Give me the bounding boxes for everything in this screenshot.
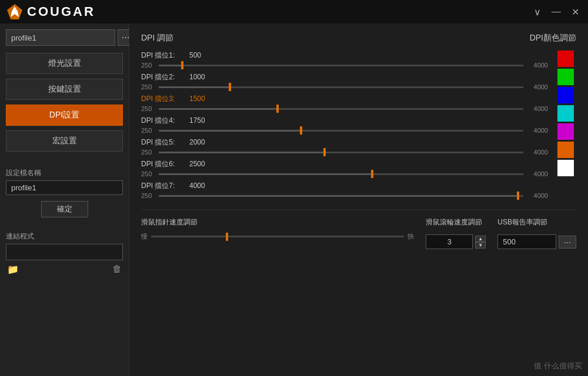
slider-min-3: 250	[141, 105, 155, 112]
pointer-speed-row: 慢 快	[141, 232, 414, 241]
dpi-row-2: DPI 擋位2:10002504000	[141, 72, 548, 90]
slider-thumb-6[interactable]	[371, 170, 373, 178]
dpi-value-1: 500	[189, 51, 201, 59]
slider-track-6[interactable]	[159, 173, 523, 175]
dpi-label-2: DPI 擋位2:	[141, 72, 182, 82]
dpi-row-1: DPI 擋位1:5002504000	[141, 51, 548, 69]
dpi-section-header: DPI 調節 DPI顏色調節	[141, 33, 576, 43]
slider-thumb-3[interactable]	[276, 105, 279, 113]
link-section: 連結程式 📁 🗑	[6, 227, 123, 275]
link-input[interactable]	[6, 244, 123, 260]
dpi-label-4: DPI 擋位4:	[141, 116, 182, 126]
usb-dots-button[interactable]: ···	[559, 236, 576, 249]
slider-min-2: 250	[141, 83, 155, 90]
dpi-row-5: DPI 擋位5:20002504000	[141, 137, 548, 156]
profile-row: ··· ···	[6, 29, 123, 46]
folder-icon[interactable]: 📁	[7, 264, 19, 275]
slider-thumb-5[interactable]	[323, 148, 326, 156]
content-area: DPI 調節 DPI顏色調節 DPI 擋位1:5002504000DPI 擋位2…	[129, 24, 588, 376]
link-label: 連結程式	[6, 231, 123, 241]
dpi-value-7: 4000	[189, 182, 205, 190]
dpi-sliders: DPI 擋位1:5002504000DPI 擋位2:10002504000DPI…	[141, 51, 548, 203]
dpi-label-5: DPI 擋位5:	[141, 137, 182, 147]
scroll-speed-input[interactable]	[426, 234, 473, 249]
dpi-label-6: DPI 擋位6:	[141, 159, 182, 169]
dpi-value-4: 1750	[189, 116, 205, 125]
dpi-color-6[interactable]	[557, 142, 574, 158]
slider-thumb-7[interactable]	[517, 192, 519, 200]
dpi-color-2[interactable]	[557, 69, 574, 85]
brand-logo: COUGAR	[6, 3, 95, 21]
scroll-up-button[interactable]: ▲	[475, 236, 486, 242]
chevron-button[interactable]: ∨	[530, 5, 544, 19]
slider-thumb-1[interactable]	[181, 61, 183, 69]
slider-thumb-2[interactable]	[229, 83, 231, 91]
dpi-row-7: DPI 擋位7:40002504000	[141, 181, 548, 199]
window-controls: ∨ — ✕	[530, 5, 582, 19]
dpi-label-3: DPI 擋位3:	[141, 94, 182, 104]
confirm-button[interactable]: 確定	[41, 201, 88, 217]
pointer-speed-max: 快	[407, 232, 414, 241]
scroll-input-row: ▲ ▼	[426, 234, 486, 249]
slider-min-5: 250	[141, 149, 155, 156]
sidebar: ··· ··· 燈光設置 按鍵設置 DPI設置 宏設置 設定檔名稱 確定 連結程…	[0, 24, 129, 376]
nav-dpi-button[interactable]: DPI設置	[6, 105, 123, 126]
dpi-row-4: DPI 擋位4:17502504000	[141, 116, 548, 134]
pointer-speed-min: 慢	[141, 232, 148, 241]
usb-rate-label: USB報告率調節	[497, 217, 576, 227]
dpi-label-1: DPI 擋位1:	[141, 51, 182, 61]
slider-max-6: 4000	[527, 170, 548, 177]
minimize-button[interactable]: —	[549, 5, 563, 19]
nav-key-button[interactable]: 按鍵設置	[6, 79, 123, 100]
slider-track-7[interactable]	[159, 195, 523, 197]
pointer-speed-group: 滑鼠指針速度調節 慢 快	[141, 217, 414, 241]
pointer-speed-track[interactable]	[151, 236, 404, 237]
main-layout: ··· ··· 燈光設置 按鍵設置 DPI設置 宏設置 設定檔名稱 確定 連結程…	[0, 24, 588, 376]
dpi-color-1[interactable]	[557, 51, 574, 67]
bottom-section: 滑鼠指針速度調節 慢 快 滑鼠滾輪速度調節 ▲ ▼	[141, 210, 576, 249]
slider-track-1[interactable]	[159, 65, 523, 66]
title-bar: COUGAR ∨ — ✕	[0, 0, 588, 24]
profile-name-input[interactable]	[6, 180, 123, 195]
dpi-color-3[interactable]	[557, 87, 574, 103]
slider-max-5: 4000	[527, 149, 548, 156]
close-button[interactable]: ✕	[568, 5, 582, 19]
dpi-value-6: 2500	[189, 160, 205, 168]
slider-min-6: 250	[141, 170, 155, 177]
dpi-color-5[interactable]	[557, 123, 574, 140]
link-icons: 📁 🗑	[6, 264, 123, 275]
dpi-label-7: DPI 擋位7:	[141, 181, 182, 191]
dpi-color-title: DPI顏色調節	[530, 33, 576, 43]
nav-light-button[interactable]: 燈光設置	[6, 53, 123, 74]
slider-track-4[interactable]	[159, 130, 523, 132]
profile-select[interactable]	[6, 29, 115, 46]
slider-track-2[interactable]	[159, 86, 523, 88]
nav-macro-button[interactable]: 宏設置	[6, 130, 123, 152]
usb-rate-group: USB報告率調節 ···	[497, 217, 576, 249]
dpi-section-title: DPI 調節	[141, 33, 173, 43]
slider-max-1: 4000	[527, 62, 548, 69]
slider-min-7: 250	[141, 192, 155, 199]
dpi-value-5: 2000	[189, 138, 205, 146]
brand-name: COUGAR	[27, 4, 95, 19]
slider-max-3: 4000	[527, 105, 548, 112]
delete-icon[interactable]: 🗑	[112, 264, 122, 275]
profile-name-label: 設定檔名稱	[6, 168, 123, 178]
dpi-color-4[interactable]	[557, 105, 574, 122]
slider-track-3[interactable]	[159, 108, 523, 110]
scroll-spinner: ▲ ▼	[475, 236, 486, 249]
dpi-row-3: DPI 擋位3:15002504000	[141, 94, 548, 112]
cougar-icon	[6, 3, 24, 21]
usb-rate-input[interactable]	[497, 234, 556, 249]
dpi-value-2: 1000	[189, 73, 205, 81]
slider-max-4: 4000	[527, 127, 548, 134]
dpi-colors	[555, 51, 576, 203]
pointer-speed-label: 滑鼠指針速度調節	[141, 217, 414, 227]
scroll-speed-group: 滑鼠滾輪速度調節 ▲ ▼	[426, 217, 486, 249]
watermark: 值 什么值得买	[534, 361, 582, 371]
pointer-speed-thumb[interactable]	[226, 233, 228, 241]
dpi-color-7[interactable]	[557, 160, 574, 176]
slider-track-5[interactable]	[159, 152, 523, 153]
slider-thumb-4[interactable]	[300, 126, 302, 135]
scroll-down-button[interactable]: ▼	[475, 242, 486, 249]
